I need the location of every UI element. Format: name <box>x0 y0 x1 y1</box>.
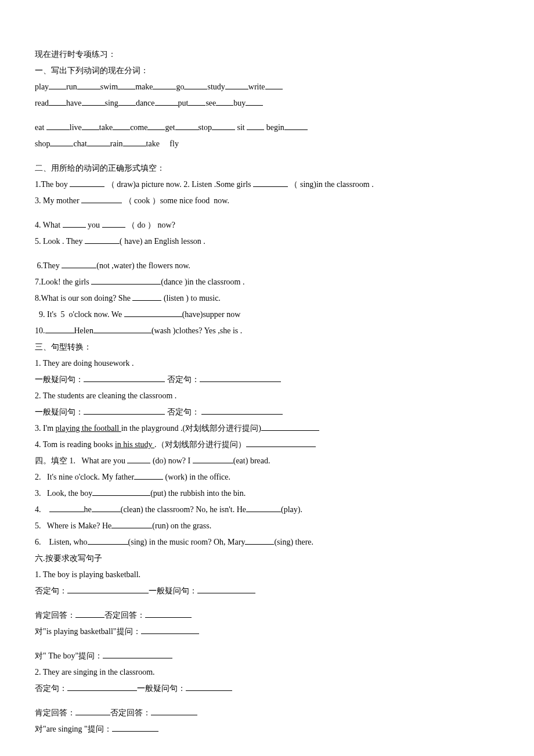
fill-blank[interactable] <box>46 122 70 130</box>
fill-blank[interactable] <box>246 504 281 512</box>
fill-blank[interactable] <box>175 122 199 130</box>
fill-blank[interactable] <box>85 236 120 244</box>
fill-blank[interactable] <box>93 325 151 333</box>
fill-blank[interactable] <box>118 98 136 106</box>
fill-blank[interactable] <box>45 325 74 333</box>
fill-blank[interactable] <box>75 610 104 618</box>
fill-blank[interactable] <box>247 122 264 130</box>
fill-blank[interactable] <box>246 98 263 106</box>
label-yiban: 一般疑问句： <box>35 375 84 384</box>
text: ( have) an English lesson . <box>120 237 205 246</box>
label-foudhd: 否定回答： <box>110 708 151 717</box>
fill-blank[interactable] <box>77 81 100 89</box>
fill-blank[interactable] <box>193 455 233 463</box>
fill-blank[interactable] <box>67 683 137 691</box>
fill-blank[interactable] <box>200 374 281 382</box>
q6-1: 1. The boy is playing basketball. <box>35 567 499 583</box>
label-kend: 肯定回答： <box>35 611 75 620</box>
fill-blank[interactable] <box>75 707 110 715</box>
fill-blank[interactable] <box>82 98 105 106</box>
text: 6.They <box>35 261 62 270</box>
word: eat <box>35 123 46 132</box>
word: take <box>99 123 113 132</box>
label-foudhd: 否定回答： <box>104 611 145 620</box>
fill-blank[interactable] <box>87 138 110 146</box>
fill-blank[interactable] <box>63 219 86 228</box>
text: in the playground .(对划线部分进行提问) <box>121 424 261 433</box>
label-yiban: 一般疑问句： <box>35 408 84 416</box>
fill-blank[interactable] <box>81 195 122 203</box>
fill-blank[interactable] <box>197 585 255 593</box>
fill-blank[interactable] <box>253 179 288 187</box>
fill-blank[interactable] <box>124 309 182 317</box>
fill-blank[interactable] <box>261 423 319 431</box>
fill-blank[interactable] <box>134 471 163 480</box>
fill-blank[interactable] <box>245 537 274 545</box>
q6-1-prompt2: 对" The boy"提问： <box>35 648 499 664</box>
fill-blank[interactable] <box>151 707 197 715</box>
fill-blank[interactable] <box>141 626 199 634</box>
fill-blank[interactable] <box>123 138 146 146</box>
fill-blank[interactable] <box>67 585 149 593</box>
label-yiban: 一般疑问句： <box>137 684 186 693</box>
fill-blank[interactable] <box>112 723 158 732</box>
fill-blank[interactable] <box>216 98 233 106</box>
fill-blank[interactable] <box>49 504 84 512</box>
q2-1: 1.The boy （ draw)a picture now. 2. Liste… <box>35 177 499 193</box>
text: (put) the rubbish into the bin. <box>150 489 246 498</box>
text: 5. Where is Make? He <box>35 521 111 530</box>
fill-blank[interactable] <box>111 520 152 528</box>
doc-title: 现在进行时专项练习： <box>35 46 499 63</box>
text: 4. Tom is reading books <box>35 440 115 449</box>
fill-blank[interactable] <box>49 98 66 106</box>
word: shop <box>35 139 50 148</box>
fill-blank[interactable] <box>102 219 125 228</box>
fill-blank[interactable] <box>246 439 316 447</box>
fill-blank[interactable] <box>84 406 165 415</box>
fill-blank[interactable] <box>284 122 308 130</box>
q3-2: 2. The students are cleaning the classro… <box>35 388 499 404</box>
word: begin <box>264 123 284 132</box>
fill-blank[interactable] <box>62 260 96 268</box>
fill-blank[interactable] <box>132 293 161 301</box>
label-fouding: 否定句： <box>35 684 67 693</box>
text: 10. <box>35 326 45 335</box>
q4-5: 5. Where is Make? He(run) on the grass. <box>35 518 499 534</box>
fill-blank[interactable] <box>265 81 283 89</box>
fill-blank[interactable] <box>103 650 172 658</box>
text: (run) on the grass. <box>152 521 211 530</box>
fill-blank[interactable] <box>88 537 128 545</box>
word: chat <box>73 139 86 148</box>
fill-blank[interactable] <box>113 122 130 130</box>
fill-blank[interactable] <box>50 138 73 146</box>
fill-blank[interactable] <box>186 683 232 691</box>
fill-blank[interactable] <box>118 81 135 89</box>
fill-blank[interactable] <box>155 98 178 106</box>
fill-blank[interactable] <box>153 81 176 89</box>
fill-blank[interactable] <box>201 406 283 415</box>
q2-3: 3. My mother （ cook ）some nice food now. <box>35 193 499 209</box>
q6-1-ans: 肯定回答：否定回答： <box>35 607 499 624</box>
text: (not ,water) the flowers now. <box>96 261 190 270</box>
fill-blank[interactable] <box>145 610 192 618</box>
fill-blank[interactable] <box>82 122 99 130</box>
text: 1.The boy <box>35 180 70 189</box>
fill-blank[interactable] <box>212 122 235 130</box>
text: .（对划线部分进行提问） <box>154 440 246 449</box>
fill-blank[interactable] <box>127 455 150 463</box>
fill-blank[interactable] <box>147 122 165 130</box>
fill-blank[interactable] <box>70 179 104 187</box>
q6-2-ans: 肯定回答：否定回答： <box>35 705 499 721</box>
underlined: in his study <box>115 440 154 449</box>
fill-blank[interactable] <box>49 81 66 89</box>
fill-blank[interactable] <box>91 276 161 285</box>
fill-blank[interactable] <box>84 374 165 382</box>
word: sing <box>105 99 118 107</box>
fill-blank[interactable] <box>188 98 205 106</box>
fill-blank[interactable] <box>92 488 150 496</box>
fill-blank[interactable] <box>184 81 207 89</box>
text: (play). <box>281 505 302 514</box>
text: (sing) in the music room? Oh, Mary <box>128 538 246 546</box>
fill-blank[interactable] <box>92 504 121 512</box>
fill-blank[interactable] <box>225 81 248 89</box>
